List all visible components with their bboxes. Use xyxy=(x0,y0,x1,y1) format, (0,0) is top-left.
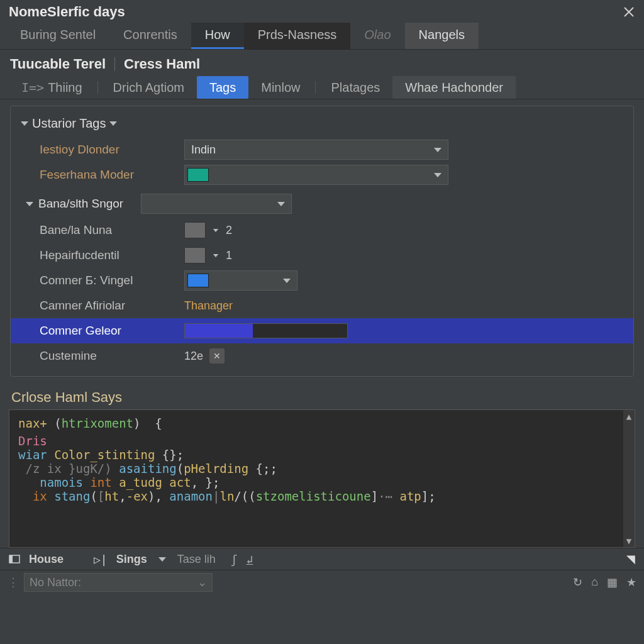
scrollbar[interactable]: ▲ ▼ xyxy=(623,410,635,547)
svg-rect-1 xyxy=(9,555,13,563)
status-bar: ⋮ No Nattor: ⌄ ↻ ⌂ ▦ ★ xyxy=(0,570,644,597)
scroll-up-icon[interactable]: ▲ xyxy=(626,410,631,423)
prop-camner-af: Camner Afiriolar Thanager xyxy=(11,293,633,318)
prop-custemine: Custemine 12e ✕ xyxy=(11,343,633,369)
stepper-box[interactable] xyxy=(184,247,206,264)
chevron-down-icon xyxy=(109,121,117,126)
tab-buring[interactable]: Buring Sentel xyxy=(6,23,109,49)
tab-prds[interactable]: Prds-Nasness xyxy=(244,23,351,49)
subtab-minlow[interactable]: Minlow xyxy=(248,76,313,99)
refresh-icon[interactable]: ↻ xyxy=(573,575,582,589)
stepper-value: 1 xyxy=(226,249,232,262)
bookmark-icon[interactable]: ◥ xyxy=(626,552,635,566)
close-icon[interactable] xyxy=(623,6,635,18)
subtab-drich[interactable]: Drich Agtiom xyxy=(101,76,197,99)
home-icon[interactable]: ⌂ xyxy=(591,575,598,589)
prop-label: Comner Б: Vingel xyxy=(40,274,184,287)
prop-label: Iestioy Dlonder xyxy=(40,143,184,157)
prop-comner-geleor[interactable]: Comner Geleor xyxy=(11,318,633,343)
chevron-down-icon xyxy=(213,254,218,257)
subtab-whae[interactable]: Whae Hachonder xyxy=(392,76,516,99)
arrow-icon: I=> xyxy=(21,80,44,95)
bana-select[interactable] xyxy=(141,194,292,214)
tab-olao[interactable]: Olao xyxy=(350,23,404,49)
chevron-down-icon xyxy=(213,229,218,232)
properties-panel: Ustarior Tags Iestioy Dlonder Indin Fese… xyxy=(10,106,634,377)
chevron-down-icon xyxy=(434,148,441,152)
prop-label: Feserhana Moder xyxy=(40,168,184,182)
prop-label: Hepairfucdentil xyxy=(40,248,184,262)
panel-icon[interactable] xyxy=(9,553,20,565)
breadcrumb-a[interactable]: Tuucable Terel xyxy=(10,56,106,72)
clear-button[interactable]: ✕ xyxy=(209,348,225,364)
subsection-bana[interactable]: Bana/slth Sngor xyxy=(11,187,633,218)
iestioy-select[interactable]: Indin xyxy=(184,140,448,160)
tase-field[interactable]: Tase lih xyxy=(177,553,216,566)
color-swatch xyxy=(187,168,209,182)
secondary-tabs: I=> Thiing Drich Agtiom Tags Minlow Plat… xyxy=(0,76,644,99)
prop-label: Comner Geleor xyxy=(40,324,184,338)
breadcrumb-sep xyxy=(114,57,115,71)
vingel-color-select[interactable] xyxy=(184,270,297,291)
prop-comner-vingel: Comner Б: Vingel xyxy=(11,268,633,293)
chevron-down-icon xyxy=(434,173,441,177)
subsection-label: Bana/slth Sngor xyxy=(38,197,123,211)
subtab-thiing[interactable]: I=> Thiing xyxy=(9,76,95,99)
star-icon[interactable]: ★ xyxy=(626,575,636,589)
prop-label: Bane/la Nuna xyxy=(40,223,184,237)
window-title: NomeSlerfic days xyxy=(9,4,125,20)
tab-conrentis[interactable]: Conrentis xyxy=(109,23,191,49)
section-title-label: Ustarior Tags xyxy=(32,116,106,131)
chevron-down-icon: ⌄ xyxy=(197,575,207,589)
sings-button[interactable]: Sings xyxy=(116,553,147,566)
primary-tabs: Buring Sentel Conrentis How Prds-Nasness… xyxy=(0,23,644,50)
code-section-title: Crlose Haml Says xyxy=(0,383,644,409)
prop-hepair: Hepairfucdentil 1 xyxy=(11,243,633,268)
grid-icon[interactable]: ▦ xyxy=(607,575,618,589)
footer-toolbar: House ▷| Sings Tase lih ʃ ↲ ◥ xyxy=(0,548,644,570)
slider-fill xyxy=(185,324,253,338)
select-value: Indin xyxy=(191,143,216,157)
stepper-box[interactable] xyxy=(184,222,206,238)
return-icon[interactable]: ↲ xyxy=(247,553,253,566)
prop-value: Thanager xyxy=(184,299,623,313)
prop-label: Custemine xyxy=(40,349,184,363)
breadcrumb-b[interactable]: Cress Haml xyxy=(124,56,200,72)
code-editor[interactable]: nax+ (htrixoment) { Dris wiar Color_stin… xyxy=(9,409,635,548)
step-icon[interactable]: ʃ xyxy=(231,553,238,566)
section-ustarior[interactable]: Ustarior Tags xyxy=(11,114,633,137)
prop-iestioy: Iestioy Dlonder Indin xyxy=(11,137,633,162)
subtab-tags[interactable]: Tags xyxy=(197,76,248,99)
stepper-value: 2 xyxy=(226,224,232,237)
subtab-thiing-label: Thiing xyxy=(48,80,82,95)
color-swatch xyxy=(187,274,209,287)
search-input[interactable]: No Nattor: ⌄ xyxy=(24,573,213,592)
chevron-down-icon xyxy=(26,202,33,206)
prop-feserhana: Feserhana Moder xyxy=(11,162,633,187)
scroll-down-icon[interactable]: ▼ xyxy=(626,535,631,547)
chevron-down-icon xyxy=(277,202,285,206)
breadcrumb: Tuucable Terel Cress Haml xyxy=(0,50,644,76)
chevron-down-icon[interactable] xyxy=(158,557,166,562)
chevron-down-icon xyxy=(283,279,291,283)
house-button[interactable]: House xyxy=(29,553,64,566)
tab-how[interactable]: How xyxy=(191,23,244,49)
feserhana-color-select[interactable] xyxy=(184,165,448,185)
prop-label: Camner Afiriolar xyxy=(40,299,184,313)
prop-banela: Bane/la Nuna 2 xyxy=(11,218,633,243)
tab-nangels[interactable]: Nangels xyxy=(405,23,479,49)
play-icon[interactable]: ▷| xyxy=(94,553,108,566)
color-slider[interactable] xyxy=(184,323,348,338)
search-placeholder: No Nattor: xyxy=(30,576,81,589)
subtab-platages[interactable]: Platages xyxy=(318,76,392,99)
prop-value: 12e xyxy=(184,350,203,363)
chevron-down-icon xyxy=(21,121,28,126)
